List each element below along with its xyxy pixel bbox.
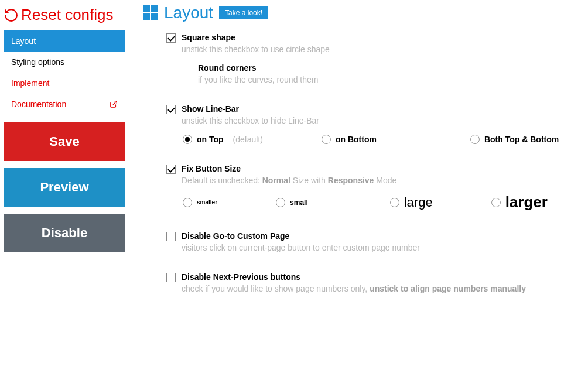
sidebar-nav: Layout Styling options Implement Documen… — [4, 30, 125, 115]
disable-goto-desc: visitors click on current-page button to… — [182, 243, 582, 252]
size-large-radio[interactable]: large — [390, 195, 433, 210]
layout-grid-icon — [143, 5, 158, 20]
disable-nextprev-label: Disable Next-Previous buttons — [182, 272, 300, 282]
radio-icon — [276, 198, 285, 207]
disable-button[interactable]: Disable — [4, 214, 125, 252]
page-title: Layout — [164, 4, 213, 22]
save-button[interactable]: Save — [4, 122, 125, 161]
linebar-both-radio[interactable]: Both Top & Bottom — [470, 135, 559, 144]
external-link-icon — [110, 100, 118, 108]
linebar-bottom-label: on Bottom — [336, 135, 377, 144]
reset-configs-button[interactable]: Reset configs — [4, 6, 125, 24]
disable-goto-checkbox[interactable] — [166, 232, 176, 241]
fix-button-size-desc: Default is unchecked: Normal Size with R… — [182, 176, 582, 185]
nav-label: Styling options — [11, 57, 64, 67]
radio-icon — [183, 135, 192, 144]
size-larger-radio[interactable]: larger — [491, 193, 548, 211]
nav-item-documentation[interactable]: Documentation — [4, 94, 125, 115]
square-shape-checkbox[interactable] — [166, 33, 176, 43]
fix-button-size-label: Fix Button Size — [182, 164, 241, 173]
square-shape-desc: unstick this checkbox to use circle shap… — [182, 44, 582, 54]
size-large-label: large — [404, 195, 433, 210]
size-small-label: small — [290, 198, 308, 207]
show-linebar-checkbox[interactable] — [166, 105, 176, 114]
reset-icon — [4, 8, 19, 23]
radio-icon — [183, 198, 192, 207]
size-larger-label: larger — [505, 193, 548, 211]
square-shape-label: Square shape — [182, 33, 235, 42]
preview-button[interactable]: Preview — [4, 168, 125, 207]
disable-nextprev-checkbox[interactable] — [166, 273, 176, 282]
radio-icon — [491, 198, 501, 207]
radio-icon — [322, 135, 331, 144]
linebar-both-label: Both Top & Bottom — [484, 135, 559, 144]
nav-label: Documentation — [11, 100, 66, 109]
size-smaller-label: smaller — [197, 199, 217, 205]
size-small-radio[interactable]: small — [276, 198, 308, 207]
disable-goto-label: Disable Go-to Custom Page — [182, 231, 289, 241]
reset-configs-label: Reset configs — [21, 6, 114, 24]
nav-item-implement[interactable]: Implement — [4, 73, 125, 94]
nav-item-styling[interactable]: Styling options — [4, 52, 125, 73]
take-a-look-button[interactable]: Take a look! — [219, 6, 268, 19]
round-corners-desc: if you like the curves, round them — [198, 75, 582, 84]
show-linebar-desc: unstick this checkbox to hide Line-Bar — [182, 116, 582, 125]
nav-label: Layout — [11, 36, 36, 46]
radio-icon — [390, 198, 399, 207]
show-linebar-label: Show Line-Bar — [182, 104, 239, 114]
linebar-bottom-radio[interactable]: on Bottom — [322, 135, 377, 144]
nav-item-layout[interactable]: Layout — [4, 30, 125, 52]
default-marker: (default) — [233, 135, 263, 144]
size-smaller-radio[interactable]: smaller — [183, 198, 217, 207]
disable-nextprev-desc: check if you would like to show page num… — [182, 284, 582, 293]
fix-button-size-checkbox[interactable] — [166, 165, 176, 174]
radio-icon — [470, 135, 480, 144]
round-corners-label: Round corners — [198, 63, 257, 73]
nav-label: Implement — [11, 78, 49, 88]
linebar-top-radio[interactable]: on Top (default) — [183, 135, 263, 144]
linebar-top-label: on Top — [197, 135, 224, 144]
round-corners-checkbox[interactable] — [183, 64, 192, 73]
